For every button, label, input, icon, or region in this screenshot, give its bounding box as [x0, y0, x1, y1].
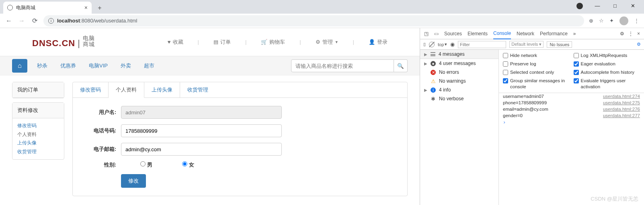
account-icon[interactable] [575, 3, 585, 10]
email-input[interactable] [121, 143, 282, 156]
sidebar-profile-edit: 资料修改 [12, 103, 64, 118]
warning-icon: ⚠ [431, 79, 436, 84]
new-tab-button[interactable]: + [94, 2, 105, 14]
device-icon[interactable]: ▭ [434, 31, 439, 37]
url-input[interactable]: i localhost:8080/web/userdata.html [43, 15, 584, 26]
cb-eager-eval[interactable]: Eager evaluation [574, 60, 640, 68]
devtools-tab-console[interactable]: Console [493, 28, 511, 39]
tab-avatar[interactable]: 上传头像 [144, 82, 180, 98]
caret-down-icon: ▼ [335, 40, 338, 44]
nav-favorite[interactable]: ♥收藏 [168, 39, 183, 46]
webpage: DNSC.CN|电脑商城 ♥收藏 | ▤订单 | 🛒购物车 | ⚙管理▼ | 👤… [0, 28, 420, 205]
home-button[interactable]: ⌂ [12, 59, 27, 73]
sidebar-link-avatar[interactable]: 上传头像 [17, 139, 59, 148]
console-sidebar: ▶4 messages ▶●4 user messages ✕No errors… [420, 50, 499, 205]
issues-button[interactable]: No Issues [547, 41, 572, 48]
live-expression-icon[interactable]: ◉ [450, 41, 455, 47]
cb-eval-triggers[interactable]: Evaluate triggers user activation [574, 77, 640, 91]
gender-male-option[interactable]: 男 [121, 161, 157, 168]
cb-hide-network[interactable]: Hide network [503, 51, 570, 60]
tab-password[interactable]: 修改密码 [73, 82, 109, 98]
extensions-icon[interactable]: ✦ [609, 18, 614, 24]
devtools-close-icon[interactable]: × [637, 31, 640, 37]
devtools-settings-icon[interactable]: ⚙ [620, 31, 624, 37]
context-selector[interactable]: top ▾ [438, 42, 447, 47]
cb-log-xhr[interactable]: Log XMLHttpRequests [574, 51, 640, 60]
sidebar-link-password[interactable]: 修改密码 [17, 122, 59, 130]
gender-female-option[interactable]: 女 [163, 161, 199, 168]
sidebar-errors[interactable]: ✕No errors [420, 68, 498, 77]
devtools-tab-performance[interactable]: Performance [540, 28, 568, 39]
maximize-button[interactable]: □ [610, 3, 620, 10]
nav-admin[interactable]: ⚙管理▼ [316, 39, 338, 46]
devtools-tab-elements[interactable]: Elements [468, 28, 488, 39]
search-button[interactable]: 🔍 [394, 59, 408, 72]
sidebar-info[interactable]: ▶i4 info [420, 85, 498, 94]
sidebar-toggle-icon[interactable]: ▯ [423, 42, 426, 47]
sidebar-verbose[interactable]: ✱No verbose [420, 94, 498, 103]
console-prompt[interactable]: › [499, 119, 644, 126]
log-levels-selector[interactable]: Default levels ▾ [509, 41, 544, 48]
inspect-icon[interactable]: ◳ [424, 31, 429, 37]
site-logo[interactable]: DNSC.CN|电脑商城 [32, 35, 95, 49]
sidebar-user-messages[interactable]: ▶●4 user messages [420, 59, 498, 68]
browser-tab[interactable]: 电脑商城 × [3, 2, 92, 14]
log-source-link[interactable]: userdata.html:277 [603, 113, 640, 118]
tab-address[interactable]: 收货管理 [180, 82, 215, 98]
log-row[interactable]: phone=17858809999userdata.html:275 [499, 99, 644, 106]
tab-profile[interactable]: 个人资料 [109, 82, 144, 98]
devtools-tab-network[interactable]: Network [517, 28, 534, 39]
console-filter-input[interactable] [458, 41, 506, 48]
star-icon[interactable]: ☆ [599, 18, 604, 24]
nav-cart[interactable]: 🛒购物车 [261, 39, 285, 46]
site-header: DNSC.CN|电脑商城 ♥收藏 | ▤订单 | 🛒购物车 | ⚙管理▼ | 👤… [0, 28, 420, 56]
log-source-link[interactable]: userdata.html:274 [603, 94, 640, 99]
nav-seckill[interactable]: 秒杀 [34, 62, 51, 69]
product-search-input[interactable] [291, 59, 394, 72]
sidebar-warnings[interactable]: ⚠No warnings [420, 77, 498, 85]
log-row[interactable]: username=admin07userdata.html:274 [499, 93, 644, 99]
log-row[interactable]: gender=0userdata.html:277 [499, 112, 644, 119]
cb-selected-context[interactable]: Selected context only [503, 68, 570, 77]
gender-male-radio[interactable] [140, 161, 146, 166]
log-source-link[interactable]: userdata.html:276 [603, 107, 640, 112]
nav-vip[interactable]: 电脑VIP [86, 62, 111, 69]
cb-autocomplete[interactable]: Autocomplete from history [574, 68, 640, 77]
nav-market[interactable]: 超市 [141, 62, 158, 69]
sidebar-link-profile[interactable]: 个人资料 [17, 130, 59, 139]
forward-button[interactable]: → [18, 17, 26, 24]
devtools-menu-icon[interactable]: ⋮ [628, 31, 633, 37]
search-icon[interactable]: ⊕ [589, 18, 593, 24]
nav-takeout[interactable]: 外卖 [117, 62, 134, 69]
log-row[interactable]: email=admin@cy.comuserdata.html:276 [499, 106, 644, 112]
nav-coupon[interactable]: 优惠券 [57, 62, 79, 69]
home-icon: ⌂ [18, 62, 22, 69]
minimize-button[interactable]: — [593, 3, 602, 10]
back-button[interactable]: ← [5, 17, 13, 24]
gear-icon: ⚙ [316, 39, 320, 45]
console-settings-panel: Hide network Preserve log Selected conte… [499, 50, 644, 93]
more-tabs-icon[interactable]: » [573, 31, 576, 37]
console-settings-icon[interactable]: ⚙ [637, 42, 641, 47]
clear-console-icon[interactable] [429, 42, 435, 47]
profile-avatar[interactable] [619, 16, 628, 25]
sidebar-link-address[interactable]: 收货管理 [17, 148, 59, 156]
gender-female-radio[interactable] [182, 161, 187, 166]
reload-button[interactable]: ⟳ [31, 17, 39, 24]
cb-group-similar[interactable]: Group similar messages in console [503, 77, 570, 91]
cb-preserve-log[interactable]: Preserve log [503, 60, 570, 68]
log-source-link[interactable]: userdata.html:275 [603, 100, 640, 105]
devtools-tab-sources[interactable]: Sources [444, 28, 462, 39]
nav-login[interactable]: 👤登录 [369, 39, 388, 46]
submit-button[interactable]: 修改 [121, 174, 146, 188]
sidebar-my-orders[interactable]: 我的订单 [12, 82, 64, 98]
site-info-icon[interactable]: i [48, 18, 54, 24]
browser-titlebar: 电脑商城 × + — □ ✕ [0, 0, 644, 14]
close-window-button[interactable]: ✕ [628, 3, 638, 10]
phone-input[interactable] [121, 124, 282, 137]
search-icon: 🔍 [397, 63, 404, 69]
nav-orders[interactable]: ▤订单 [213, 39, 231, 46]
menu-icon[interactable]: ⋮ [634, 18, 639, 24]
sidebar-messages[interactable]: ▶4 messages [420, 50, 498, 59]
tab-close-icon[interactable]: × [84, 4, 88, 11]
